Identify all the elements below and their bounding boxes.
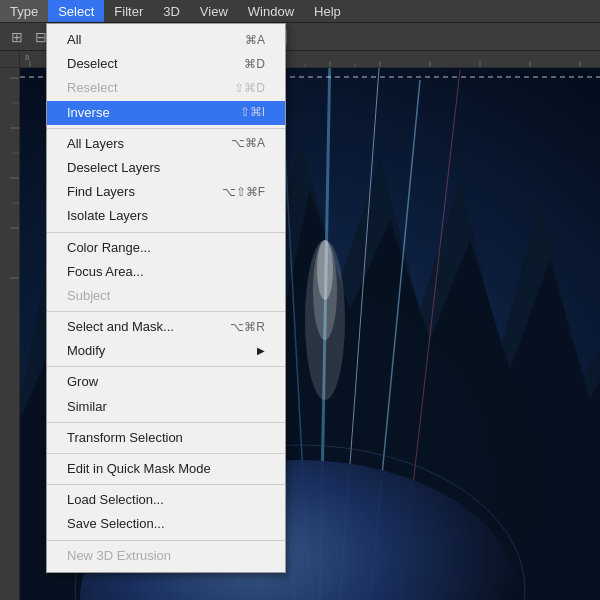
menubar-item-3d[interactable]: 3D — [153, 0, 190, 22]
menu-item-grow[interactable]: Grow — [47, 370, 285, 394]
menu-item-reselect-label: Reselect — [67, 79, 118, 97]
menu-item-transform-selection-label: Transform Selection — [67, 429, 183, 447]
menu-item-select-mask[interactable]: Select and Mask... ⌥⌘R — [47, 315, 285, 339]
ruler-vertical — [0, 68, 20, 600]
menu-item-modify-label: Modify — [67, 342, 105, 360]
menu-item-quick-mask[interactable]: Edit in Quick Mask Mode — [47, 457, 285, 481]
menu-item-save-selection-label: Save Selection... — [67, 515, 165, 533]
menu-item-quick-mask-label: Edit in Quick Mask Mode — [67, 460, 211, 478]
menu-item-focus-area-label: Focus Area... — [67, 263, 144, 281]
menubar: Type Select Filter 3D View Window Help — [0, 0, 600, 23]
menu-item-grow-label: Grow — [67, 373, 98, 391]
svg-rect-43 — [0, 68, 20, 600]
menu-item-inverse[interactable]: Inverse ⇧⌘I — [47, 101, 285, 125]
menubar-item-filter[interactable]: Filter — [104, 0, 153, 22]
menu-item-deselect[interactable]: Deselect ⌘D — [47, 52, 285, 76]
menu-item-subject[interactable]: Subject — [47, 284, 285, 308]
menu-item-all-shortcut: ⌘A — [245, 32, 265, 49]
menu-item-load-selection-label: Load Selection... — [67, 491, 164, 509]
menubar-item-view[interactable]: View — [190, 0, 238, 22]
menu-item-all-layers[interactable]: All Layers ⌥⌘A — [47, 132, 285, 156]
svg-point-13 — [317, 240, 333, 300]
menu-item-select-mask-label: Select and Mask... — [67, 318, 174, 336]
menu-item-find-layers-label: Find Layers — [67, 183, 135, 201]
menu-item-similar-label: Similar — [67, 398, 107, 416]
menu-item-new-3d-extrusion-label: New 3D Extrusion — [67, 547, 171, 565]
menu-separator-2 — [47, 232, 285, 233]
menu-separator-3 — [47, 311, 285, 312]
menu-item-find-layers-shortcut: ⌥⇧⌘F — [222, 184, 265, 201]
ruler-corner — [0, 51, 20, 68]
menu-item-find-layers[interactable]: Find Layers ⌥⇧⌘F — [47, 180, 285, 204]
menu-item-new-3d-extrusion[interactable]: New 3D Extrusion — [47, 544, 285, 568]
menu-separator-5 — [47, 422, 285, 423]
menu-item-deselect-layers-label: Deselect Layers — [67, 159, 160, 177]
menu-item-reselect-shortcut: ⇧⌘D — [234, 80, 265, 97]
menu-item-similar[interactable]: Similar — [47, 395, 285, 419]
menu-item-all[interactable]: All ⌘A — [47, 28, 285, 52]
menu-separator-7 — [47, 484, 285, 485]
menu-item-inverse-shortcut: ⇧⌘I — [240, 104, 265, 121]
menu-item-modify[interactable]: Modify ▶ — [47, 339, 285, 363]
menu-item-save-selection[interactable]: Save Selection... — [47, 512, 285, 536]
menu-separator-8 — [47, 540, 285, 541]
menu-item-focus-area[interactable]: Focus Area... — [47, 260, 285, 284]
menu-separator-6 — [47, 453, 285, 454]
menu-item-reselect[interactable]: Reselect ⇧⌘D — [47, 76, 285, 100]
menu-item-transform-selection[interactable]: Transform Selection — [47, 426, 285, 450]
menu-item-all-layers-shortcut: ⌥⌘A — [231, 135, 265, 152]
menu-item-deselect-layers[interactable]: Deselect Layers — [47, 156, 285, 180]
menu-item-load-selection[interactable]: Load Selection... — [47, 488, 285, 512]
menu-item-modify-arrow: ▶ — [257, 344, 265, 358]
menubar-item-window[interactable]: Window — [238, 0, 304, 22]
menu-item-isolate-layers[interactable]: Isolate Layers — [47, 204, 285, 228]
menubar-item-help[interactable]: Help — [304, 0, 351, 22]
ruler-v-svg — [0, 68, 20, 600]
menu-item-deselect-shortcut: ⌘D — [244, 56, 265, 73]
menubar-item-type[interactable]: Type — [0, 0, 48, 22]
menu-item-color-range[interactable]: Color Range... — [47, 236, 285, 260]
menu-item-subject-label: Subject — [67, 287, 110, 305]
menu-separator-4 — [47, 366, 285, 367]
menu-item-all-label: All — [67, 31, 81, 49]
menu-item-deselect-label: Deselect — [67, 55, 118, 73]
svg-text:8: 8 — [25, 53, 30, 62]
menu-item-all-layers-label: All Layers — [67, 135, 124, 153]
toolbar-grid-icon[interactable]: ⊞ — [6, 26, 28, 48]
menubar-item-select[interactable]: Select — [48, 0, 104, 22]
select-dropdown: All ⌘A Deselect ⌘D Reselect ⇧⌘D Inverse … — [46, 23, 286, 573]
menu-item-isolate-layers-label: Isolate Layers — [67, 207, 148, 225]
menu-item-inverse-label: Inverse — [67, 104, 110, 122]
menu-separator-1 — [47, 128, 285, 129]
menu-item-select-mask-shortcut: ⌥⌘R — [230, 319, 265, 336]
menu-item-color-range-label: Color Range... — [67, 239, 151, 257]
